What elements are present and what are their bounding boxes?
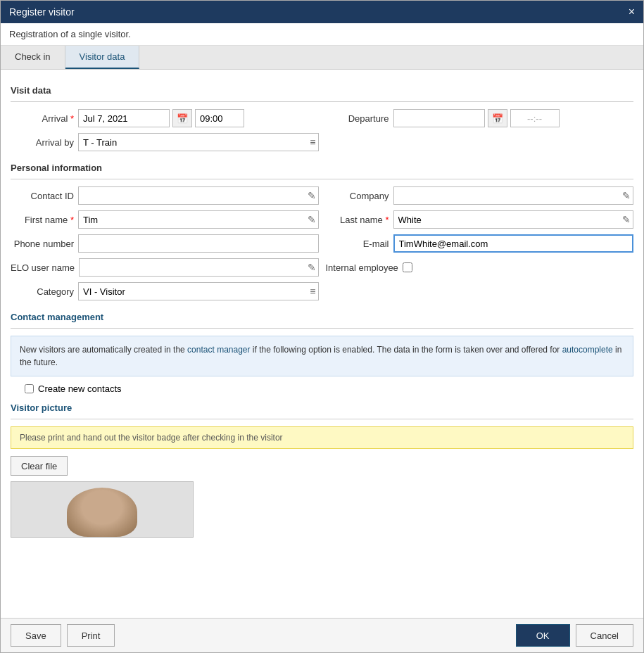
company-group: Company ✎ <box>326 186 634 205</box>
last-name-input-wrapper: ✎ <box>393 210 634 229</box>
internal-employee-checkbox[interactable] <box>403 262 412 272</box>
arrival-by-label: Arrival by <box>11 137 74 148</box>
phone-group: Phone number <box>11 234 319 253</box>
print-button[interactable]: Print <box>67 624 115 647</box>
arrival-by-row: Arrival by T - Train Car Plane Other ≡ <box>11 133 633 151</box>
departure-date-input[interactable] <box>393 109 485 127</box>
visitor-picture-title: Visitor picture <box>11 402 633 413</box>
first-name-edit-icon[interactable]: ✎ <box>308 214 316 225</box>
departure-time-input[interactable] <box>510 109 560 127</box>
departure-calendar-button[interactable]: 📅 <box>488 109 507 127</box>
elo-user-edit-icon[interactable]: ✎ <box>308 262 316 273</box>
phone-email-row: Phone number E-mail <box>11 234 633 253</box>
contact-management-title: Contact management <box>11 312 633 322</box>
personal-info-title: Personal information <box>11 163 633 173</box>
arrival-label: Arrival * <box>11 113 74 124</box>
company-edit-icon[interactable]: ✎ <box>622 190 631 201</box>
ok-button[interactable]: OK <box>516 624 570 647</box>
email-group: E-mail <box>326 234 634 253</box>
company-input[interactable] <box>393 186 634 205</box>
company-input-wrapper: ✎ <box>393 186 634 205</box>
elo-user-input-wrapper: ✎ <box>79 258 318 277</box>
contact-id-edit-icon[interactable]: ✎ <box>308 190 316 201</box>
tab-visitor-data[interactable]: Visitor data <box>65 46 140 69</box>
register-visitor-dialog: Register visitor × Registration of a sin… <box>0 0 644 653</box>
category-select[interactable]: VI - Visitor Guest Contractor <box>78 282 319 300</box>
arrival-calendar-button[interactable]: 📅 <box>172 109 192 127</box>
name-row: First name * ✎ Last name * ✎ <box>11 210 633 229</box>
arrival-by-group: Arrival by T - Train Car Plane Other ≡ <box>11 133 319 151</box>
departure-label: Departure <box>326 113 389 124</box>
departure-date-group: 📅 <box>393 109 560 127</box>
internal-employee-group: Internal employee <box>326 262 634 273</box>
company-label: Company <box>326 191 389 201</box>
last-name-edit-icon[interactable]: ✎ <box>622 214 631 225</box>
last-name-group: Last name * ✎ <box>326 210 634 229</box>
contact-id-input-wrapper: ✎ <box>78 186 319 205</box>
subtitle: Registration of a single visitor. <box>1 23 643 46</box>
tabs-container: Check in Visitor data <box>1 46 643 70</box>
first-name-group: First name * ✎ <box>11 210 319 229</box>
last-name-input[interactable] <box>393 210 634 229</box>
personal-info-divider <box>11 179 633 179</box>
cancel-button[interactable]: Cancel <box>576 624 633 647</box>
clear-file-button[interactable]: Clear file <box>11 456 68 476</box>
footer-right: OK Cancel <box>516 624 633 647</box>
visitor-badge-warning: Please print and hand out the visitor ba… <box>11 426 633 449</box>
save-button[interactable]: Save <box>11 624 61 647</box>
email-label: E-mail <box>326 239 389 249</box>
visit-data-title: Visit data <box>11 85 633 96</box>
visitor-photo-area <box>11 481 194 538</box>
footer-left: Save Print <box>11 624 115 647</box>
category-row: Category VI - Visitor Guest Contractor ≡ <box>11 282 633 300</box>
category-group: Category VI - Visitor Guest Contractor ≡ <box>11 282 319 300</box>
departure-group: Departure 📅 <box>326 109 634 127</box>
clear-file-wrapper: Clear file <box>11 456 633 476</box>
first-name-input-wrapper: ✎ <box>78 210 319 229</box>
autocomplete-link: autocomplete <box>562 345 613 355</box>
create-contacts-checkbox[interactable] <box>25 384 34 393</box>
contact-id-group: Contact ID ✎ <box>11 186 319 205</box>
phone-input[interactable] <box>78 234 319 253</box>
contact-company-row: Contact ID ✎ Company ✎ <box>11 186 633 205</box>
arrival-by-select[interactable]: T - Train Car Plane Other <box>78 133 319 151</box>
elo-user-group: ELO user name ✎ <box>11 258 319 277</box>
tab-check-in[interactable]: Check in <box>1 46 65 69</box>
elo-internal-row: ELO user name ✎ Internal employee <box>11 258 633 277</box>
contact-management-info: New visitors are automatically created i… <box>11 336 633 376</box>
contact-management-divider <box>11 328 633 329</box>
phone-label: Phone number <box>11 239 74 249</box>
dialog-title: Register visitor <box>9 6 75 18</box>
last-name-label: Last name * <box>326 215 389 225</box>
elo-user-input[interactable] <box>79 258 318 277</box>
contact-manager-link: contact manager <box>187 345 250 355</box>
arrival-time-input[interactable] <box>195 109 244 127</box>
arrival-by-select-wrapper: T - Train Car Plane Other ≡ <box>78 133 319 151</box>
content-area: Visit data Arrival * 📅 Departure <box>1 70 643 618</box>
visit-data-divider <box>11 101 633 102</box>
first-name-input[interactable] <box>78 210 319 229</box>
close-button[interactable]: × <box>629 6 635 18</box>
footer: Save Print OK Cancel <box>1 618 643 652</box>
elo-user-label: ELO user name <box>11 262 75 273</box>
arrival-date-group: 📅 <box>78 109 244 127</box>
contact-id-label: Contact ID <box>11 191 74 201</box>
first-name-label: First name * <box>11 215 74 225</box>
visitor-photo-head <box>67 488 137 537</box>
internal-employee-label: Internal employee <box>326 262 398 273</box>
create-contacts-row: Create new contacts <box>11 383 633 394</box>
category-select-wrapper: VI - Visitor Guest Contractor ≡ <box>78 282 319 300</box>
arrival-group: Arrival * 📅 <box>11 109 319 127</box>
visitor-picture-divider <box>11 419 633 419</box>
email-input[interactable] <box>393 234 634 253</box>
create-contacts-label: Create new contacts <box>38 383 122 394</box>
title-bar: Register visitor × <box>1 1 643 23</box>
contact-id-input[interactable] <box>78 186 319 205</box>
arrival-date-input[interactable] <box>78 109 170 127</box>
category-label: Category <box>11 286 74 297</box>
arrival-departure-row: Arrival * 📅 Departure 📅 <box>11 109 633 127</box>
